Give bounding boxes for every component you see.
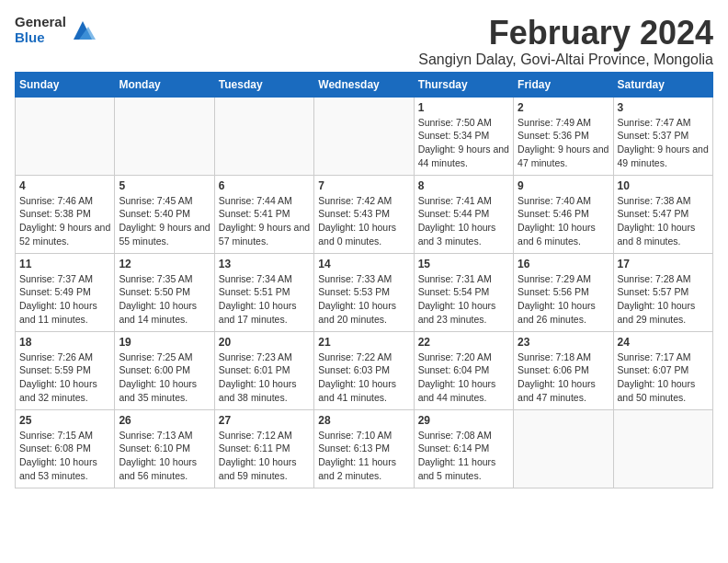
header-sunday: Sunday [16, 72, 115, 97]
day-number: 14 [318, 258, 409, 270]
calendar-week-3: 11Sunrise: 7:37 AMSunset: 5:49 PMDayligh… [16, 253, 713, 331]
logo-general: General [15, 15, 66, 30]
day-info: Sunrise: 7:40 AMSunset: 5:46 PMDaylight:… [518, 194, 609, 248]
calendar-subtitle: Sangiyn Dalay, Govi-Altai Province, Mong… [418, 52, 713, 68]
day-info: Sunrise: 7:10 AMSunset: 6:13 PMDaylight:… [318, 429, 409, 483]
day-number: 21 [318, 336, 409, 349]
day-info: Sunrise: 7:28 AMSunset: 5:57 PMDaylight:… [618, 272, 709, 327]
calendar-cell: 3Sunrise: 7:47 AMSunset: 5:37 PMDaylight… [613, 97, 712, 175]
day-number: 22 [418, 336, 509, 349]
day-number: 9 [518, 179, 609, 192]
day-number: 4 [19, 179, 110, 192]
day-number: 2 [518, 101, 609, 114]
day-number: 3 [618, 101, 709, 114]
day-info: Sunrise: 7:18 AMSunset: 6:06 PMDaylight:… [518, 350, 609, 405]
header-saturday: Saturday [613, 72, 712, 97]
day-number: 24 [618, 336, 709, 349]
day-info: Sunrise: 7:37 AMSunset: 5:49 PMDaylight:… [19, 272, 110, 327]
day-number: 12 [119, 258, 210, 270]
calendar-cell: 25Sunrise: 7:15 AMSunset: 6:08 PMDayligh… [16, 409, 115, 488]
calendar-cell: 23Sunrise: 7:18 AMSunset: 6:06 PMDayligh… [514, 331, 613, 409]
calendar-cell [613, 409, 712, 488]
calendar-cell: 27Sunrise: 7:12 AMSunset: 6:11 PMDayligh… [214, 409, 313, 488]
calendar-cell: 4Sunrise: 7:46 AMSunset: 5:38 PMDaylight… [16, 175, 115, 253]
day-info: Sunrise: 7:12 AMSunset: 6:11 PMDaylight:… [219, 429, 310, 483]
calendar-cell: 6Sunrise: 7:44 AMSunset: 5:41 PMDaylight… [214, 175, 313, 253]
calendar-cell: 14Sunrise: 7:33 AMSunset: 5:53 PMDayligh… [314, 253, 414, 331]
logo-text: General Blue [15, 15, 66, 45]
day-number: 8 [418, 179, 509, 192]
calendar-cell [115, 97, 214, 175]
day-number: 16 [518, 258, 609, 270]
day-info: Sunrise: 7:44 AMSunset: 5:41 PMDaylight:… [219, 194, 310, 248]
day-number: 5 [119, 179, 210, 192]
calendar-cell: 13Sunrise: 7:34 AMSunset: 5:51 PMDayligh… [214, 253, 313, 331]
day-info: Sunrise: 7:47 AMSunset: 5:37 PMDaylight:… [618, 116, 709, 170]
logo-blue: Blue [15, 30, 66, 46]
calendar-cell: 26Sunrise: 7:13 AMSunset: 6:10 PMDayligh… [115, 409, 214, 488]
calendar-cell: 12Sunrise: 7:35 AMSunset: 5:50 PMDayligh… [115, 253, 214, 331]
day-number: 13 [219, 258, 310, 270]
calendar-cell: 19Sunrise: 7:25 AMSunset: 6:00 PMDayligh… [115, 331, 214, 409]
day-info: Sunrise: 7:49 AMSunset: 5:36 PMDaylight:… [518, 116, 609, 170]
title-section: February 2024 Sangiyn Dalay, Govi-Altai … [418, 15, 713, 68]
calendar-cell: 11Sunrise: 7:37 AMSunset: 5:49 PMDayligh… [16, 253, 115, 331]
day-info: Sunrise: 7:45 AMSunset: 5:40 PMDaylight:… [119, 194, 210, 248]
calendar-cell: 8Sunrise: 7:41 AMSunset: 5:44 PMDaylight… [414, 175, 513, 253]
day-number: 6 [219, 179, 310, 192]
day-info: Sunrise: 7:46 AMSunset: 5:38 PMDaylight:… [19, 194, 110, 248]
day-number: 11 [19, 258, 110, 270]
day-number: 15 [418, 258, 509, 270]
calendar-cell: 24Sunrise: 7:17 AMSunset: 6:07 PMDayligh… [613, 331, 712, 409]
calendar-cell: 10Sunrise: 7:38 AMSunset: 5:47 PMDayligh… [613, 175, 712, 253]
calendar-week-4: 18Sunrise: 7:26 AMSunset: 5:59 PMDayligh… [16, 331, 713, 409]
calendar-cell [16, 97, 115, 175]
day-info: Sunrise: 7:35 AMSunset: 5:50 PMDaylight:… [119, 272, 210, 327]
calendar-cell: 15Sunrise: 7:31 AMSunset: 5:54 PMDayligh… [414, 253, 513, 331]
calendar-cell: 1Sunrise: 7:50 AMSunset: 5:34 PMDaylight… [414, 97, 513, 175]
day-info: Sunrise: 7:50 AMSunset: 5:34 PMDaylight:… [418, 116, 509, 170]
day-number: 23 [518, 336, 609, 349]
calendar-cell: 20Sunrise: 7:23 AMSunset: 6:01 PMDayligh… [214, 331, 313, 409]
calendar-cell: 5Sunrise: 7:45 AMSunset: 5:40 PMDaylight… [115, 175, 214, 253]
calendar-cell: 17Sunrise: 7:28 AMSunset: 5:57 PMDayligh… [613, 253, 712, 331]
day-number: 28 [318, 414, 409, 427]
day-info: Sunrise: 7:38 AMSunset: 5:47 PMDaylight:… [618, 194, 709, 248]
day-info: Sunrise: 7:34 AMSunset: 5:51 PMDaylight:… [219, 272, 310, 327]
calendar-week-2: 4Sunrise: 7:46 AMSunset: 5:38 PMDaylight… [16, 175, 713, 253]
calendar-cell: 22Sunrise: 7:20 AMSunset: 6:04 PMDayligh… [414, 331, 513, 409]
calendar-week-1: 1Sunrise: 7:50 AMSunset: 5:34 PMDaylight… [16, 97, 713, 175]
header-tuesday: Tuesday [214, 72, 313, 97]
day-info: Sunrise: 7:26 AMSunset: 5:59 PMDaylight:… [19, 350, 110, 405]
calendar-cell [214, 97, 313, 175]
day-number: 1 [418, 101, 509, 114]
day-info: Sunrise: 7:15 AMSunset: 6:08 PMDaylight:… [19, 429, 110, 483]
calendar-header: Sunday Monday Tuesday Wednesday Thursday… [16, 72, 713, 97]
logo-icon [70, 17, 96, 43]
day-number: 27 [219, 414, 310, 427]
calendar-title: February 2024 [418, 15, 713, 52]
day-info: Sunrise: 7:23 AMSunset: 6:01 PMDaylight:… [219, 350, 310, 405]
day-info: Sunrise: 7:20 AMSunset: 6:04 PMDaylight:… [418, 350, 509, 405]
day-number: 7 [318, 179, 409, 192]
header: General Blue February 2024 Sangiyn Dalay… [15, 15, 713, 68]
calendar-cell: 28Sunrise: 7:10 AMSunset: 6:13 PMDayligh… [314, 409, 414, 488]
day-number: 10 [618, 179, 709, 192]
calendar-cell: 29Sunrise: 7:08 AMSunset: 6:14 PMDayligh… [414, 409, 513, 488]
day-info: Sunrise: 7:42 AMSunset: 5:43 PMDaylight:… [318, 194, 409, 248]
day-info: Sunrise: 7:41 AMSunset: 5:44 PMDaylight:… [418, 194, 509, 248]
day-info: Sunrise: 7:33 AMSunset: 5:53 PMDaylight:… [318, 272, 409, 327]
day-info: Sunrise: 7:22 AMSunset: 6:03 PMDaylight:… [318, 350, 409, 405]
day-info: Sunrise: 7:08 AMSunset: 6:14 PMDaylight:… [418, 429, 509, 483]
header-thursday: Thursday [414, 72, 513, 97]
calendar-week-5: 25Sunrise: 7:15 AMSunset: 6:08 PMDayligh… [16, 409, 713, 488]
day-number: 17 [618, 258, 709, 270]
calendar-table: Sunday Monday Tuesday Wednesday Thursday… [15, 72, 713, 488]
calendar-cell [314, 97, 414, 175]
day-info: Sunrise: 7:25 AMSunset: 6:00 PMDaylight:… [119, 350, 210, 405]
header-monday: Monday [115, 72, 214, 97]
header-row: Sunday Monday Tuesday Wednesday Thursday… [16, 72, 713, 97]
day-info: Sunrise: 7:17 AMSunset: 6:07 PMDaylight:… [618, 350, 709, 405]
header-wednesday: Wednesday [314, 72, 414, 97]
calendar-cell: 2Sunrise: 7:49 AMSunset: 5:36 PMDaylight… [514, 97, 613, 175]
